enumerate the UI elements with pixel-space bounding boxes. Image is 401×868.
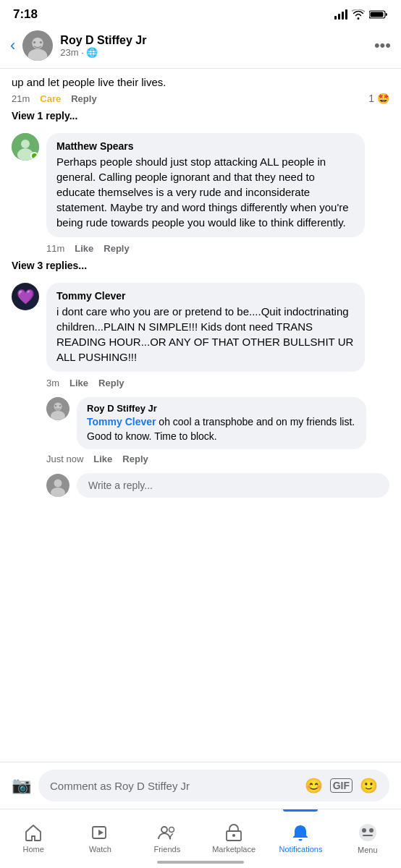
write-reply-input[interactable]: Write a reply...	[77, 473, 389, 498]
nav-item-marketplace[interactable]: Marketplace	[200, 809, 267, 861]
tommy-avatar: 💜	[12, 283, 39, 310]
tommy-bubble: Tommy Clever i dont care who you are or …	[46, 283, 365, 372]
svg-point-26	[369, 828, 373, 833]
active-nav-indicator	[283, 809, 318, 812]
svg-rect-27	[363, 835, 373, 836]
svg-point-24	[359, 824, 376, 841]
camera-icon[interactable]: 📷	[12, 776, 31, 795]
nav-item-watch[interactable]: Watch	[67, 809, 133, 861]
matthew-time: 11m	[46, 243, 64, 254]
tommy-text: i dont care who you are or pretend to be…	[56, 304, 355, 365]
content-area: up and let people live their lives. 21m …	[0, 69, 401, 511]
nav-label-watch: Watch	[89, 845, 111, 854]
svg-point-14	[59, 405, 61, 407]
tommy-like-button[interactable]: Like	[69, 378, 88, 388]
comment-input-placeholder: Comment as Roy D Stiffey Jr	[50, 780, 299, 792]
svg-point-5	[33, 41, 35, 43]
online-indicator	[30, 152, 38, 160]
header-info: Roy D Stiffey Jr 23m · 🌐	[60, 34, 374, 58]
header-avatar	[22, 30, 53, 61]
header-name: Roy D Stiffey Jr	[60, 34, 374, 47]
roy-reply-bubble: Roy D Stiffey Jr Tommy Clever oh cool a …	[77, 397, 366, 449]
svg-point-6	[40, 41, 42, 43]
back-button[interactable]: ‹	[10, 36, 15, 55]
nav-label-friends: Friends	[153, 845, 180, 854]
nav-item-menu[interactable]: Menu	[334, 809, 401, 861]
bottom-nav: Home Watch Friends Marketplace Notificat…	[0, 809, 401, 868]
wifi-icon	[352, 9, 365, 20]
home-icon	[24, 823, 43, 842]
nav-item-notifications[interactable]: Notifications	[267, 809, 334, 861]
partial-comment-time: 21m	[12, 93, 30, 104]
view-replies-1[interactable]: View 1 reply...	[0, 107, 401, 127]
matthew-actions: 11m Like Reply	[0, 240, 401, 257]
roy-reply-reply-button[interactable]: Reply	[122, 454, 148, 464]
nav-label-notifications: Notifications	[279, 845, 323, 854]
svg-marker-19	[98, 830, 104, 835]
emoji-icon[interactable]: 🙂	[360, 777, 378, 794]
gif-icon[interactable]: GIF	[330, 778, 353, 793]
signal-icon	[334, 9, 347, 20]
friends-icon	[157, 823, 177, 842]
tommy-time: 3m	[46, 378, 59, 388]
svg-point-20	[161, 827, 167, 833]
home-indicator	[157, 861, 244, 864]
comment-bar: 📷 Comment as Roy D Stiffey Jr 😊 GIF 🙂	[0, 762, 401, 809]
nav-item-friends[interactable]: Friends	[134, 809, 200, 861]
tommy-actions: 3m Like Reply	[0, 375, 401, 391]
header-time: 23m · 🌐	[60, 47, 98, 58]
header-avatar-placeholder	[22, 30, 53, 61]
write-reply-avatar	[46, 474, 69, 497]
roy-reply-author: Roy D Stiffey Jr	[87, 403, 356, 414]
write-reply-placeholder: Write a reply...	[88, 480, 153, 491]
view-replies-3[interactable]: View 3 replies...	[0, 257, 401, 277]
status-icons	[334, 9, 388, 20]
status-time: 7:18	[13, 7, 38, 22]
tommy-comment-item: 💜 Tommy Clever i dont care who you are o…	[0, 277, 401, 375]
roy-reply-like-button[interactable]: Like	[93, 454, 112, 464]
reaction-emoji: 🤩	[377, 93, 389, 104]
matthew-avatar	[12, 133, 39, 161]
status-bar: 7:18	[0, 0, 401, 26]
header-meta: 23m · 🌐	[60, 47, 374, 58]
tommy-author: Tommy Clever	[56, 290, 355, 302]
matthew-reply-button[interactable]: Reply	[104, 243, 129, 254]
menu-icon	[358, 822, 378, 843]
notifications-icon	[291, 823, 310, 842]
marketplace-icon	[224, 823, 243, 842]
matthew-text: Perhaps people should just stop attackin…	[56, 154, 355, 230]
write-reply-row: Write a reply...	[0, 467, 401, 503]
care-button[interactable]: Care	[40, 93, 61, 104]
comment-bar-icons: 😊 GIF 🙂	[305, 777, 378, 794]
battery-icon	[369, 9, 388, 20]
matthew-like-button[interactable]: Like	[75, 243, 93, 254]
reaction-count: 1 🤩	[368, 93, 389, 104]
partial-comment-text: up and let people live their lives.	[0, 69, 401, 90]
svg-rect-1	[371, 12, 384, 17]
nav-label-menu: Menu	[358, 846, 378, 854]
comment-input-container[interactable]: Comment as Roy D Stiffey Jr 😊 GIF 🙂	[38, 770, 389, 801]
sticker-icon[interactable]: 😊	[305, 777, 323, 794]
header: ‹ Roy D Stiffey Jr 23m · 🌐 •••	[0, 26, 401, 69]
svg-point-13	[55, 405, 56, 407]
svg-point-21	[169, 827, 174, 832]
tommy-reply-button[interactable]: Reply	[98, 378, 124, 388]
comment-item: Matthew Spears Perhaps people should jus…	[0, 127, 401, 240]
matthew-bubble: Matthew Spears Perhaps people should jus…	[46, 133, 365, 237]
roy-reply-text: Tommy Clever oh cool a transphobe and on…	[87, 415, 356, 443]
roy-reply-avatar	[46, 397, 69, 420]
svg-point-16	[54, 480, 62, 488]
nav-item-home[interactable]: Home	[0, 809, 67, 861]
roy-reply-time: Just now	[46, 454, 83, 464]
roy-reply-item: Roy D Stiffey Jr Tommy Clever oh cool a …	[0, 391, 401, 452]
svg-point-25	[362, 828, 366, 833]
watch-icon	[90, 823, 109, 842]
nav-label-home: Home	[22, 845, 43, 854]
partial-comment-actions: 21m Care Reply 1 🤩	[0, 90, 401, 107]
matthew-author: Matthew Spears	[56, 140, 355, 152]
reply-button-partial[interactable]: Reply	[71, 93, 96, 104]
nav-label-marketplace: Marketplace	[212, 845, 256, 854]
reply-mention[interactable]: Tommy Clever	[87, 416, 156, 427]
more-options-button[interactable]: •••	[374, 36, 391, 55]
reaction-number: 1	[368, 93, 374, 104]
